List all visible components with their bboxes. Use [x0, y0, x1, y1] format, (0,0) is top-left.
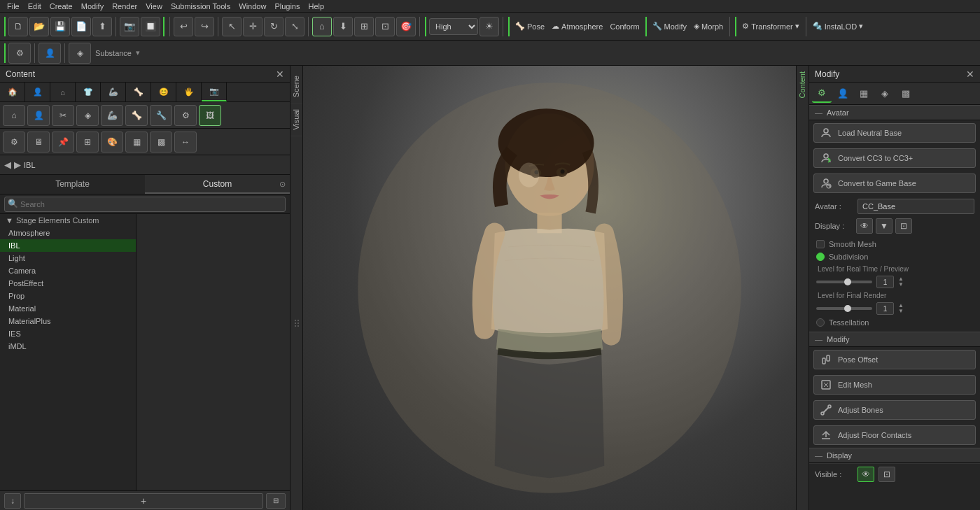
tb2-settings[interactable]: ⚙: [8, 43, 31, 64]
tb2-substance[interactable]: ◈: [69, 43, 91, 64]
tree-item-posteffect[interactable]: PostEffect: [0, 277, 136, 290]
tb2-person[interactable]: 👤: [38, 43, 61, 64]
icon-r2-pin[interactable]: 📌: [52, 132, 74, 153]
tree-item-ibl[interactable]: IBL: [0, 239, 136, 252]
subdivision-radio[interactable]: [816, 253, 825, 261]
menu-create[interactable]: Create: [46, 2, 77, 10]
redo-button[interactable]: ↪: [195, 17, 214, 36]
adjust-floor-contacts-button[interactable]: Adjust Floor Contacts: [813, 425, 976, 445]
instalod-button[interactable]: 🔩 InstaLOD ▾: [810, 22, 866, 31]
pose-button[interactable]: 🦴 Pose: [512, 22, 547, 31]
transformer-button[interactable]: ⚙ Transformer ▾: [739, 22, 802, 31]
morph-button[interactable]: ◈ Morph: [691, 22, 726, 31]
icon-cloth-edit[interactable]: ◈: [76, 105, 99, 126]
icon-r2-texture[interactable]: 🎨: [101, 132, 123, 153]
menu-file[interactable]: File: [3, 2, 24, 10]
icon-avatar[interactable]: 👤: [27, 105, 50, 126]
avatar-value-input[interactable]: [858, 199, 974, 214]
menu-submission-tools[interactable]: Submission Tools: [167, 2, 234, 10]
icon-body-edit[interactable]: 🦾: [101, 105, 123, 126]
icon-r2-filter[interactable]: ⊞: [76, 132, 99, 153]
tree-item-imdl[interactable]: iMDL: [0, 340, 136, 353]
grid-button[interactable]: ⊞: [354, 17, 374, 36]
tab-hair[interactable]: ⌂: [50, 83, 76, 101]
tree-collapse-icon[interactable]: ▼: [6, 216, 13, 225]
icon-spring[interactable]: 🔧: [150, 105, 172, 126]
substance-dropdown-icon[interactable]: ▾: [136, 48, 140, 57]
save-button[interactable]: 💾: [50, 17, 70, 36]
import-button[interactable]: ⬆: [92, 17, 112, 36]
menu-modify[interactable]: Modify: [77, 2, 108, 10]
tree-item-camera[interactable]: Camera: [0, 264, 136, 277]
icon-hair-edit[interactable]: ✂: [52, 105, 74, 126]
menu-edit[interactable]: Edit: [24, 2, 46, 10]
modify-tab-person[interactable]: 👤: [833, 85, 853, 103]
tab-body[interactable]: 🦾: [101, 83, 126, 101]
conform-button[interactable]: Conform: [607, 22, 642, 31]
tab-highlight[interactable]: 📷: [202, 83, 227, 101]
scale-button[interactable]: ⤡: [285, 17, 304, 36]
select-button[interactable]: ↖: [222, 17, 241, 36]
sun-button[interactable]: ☀: [479, 17, 499, 36]
pose-offset-button[interactable]: Pose Offset: [813, 350, 976, 369]
viewport[interactable]: [303, 66, 796, 510]
icon-bones[interactable]: 🦴: [125, 105, 148, 126]
quality-select[interactable]: Low Medium High Ultra: [429, 18, 478, 35]
display-dropdown-button[interactable]: ▼: [876, 218, 892, 234]
nav-back[interactable]: ◀: [4, 160, 11, 170]
menu-render[interactable]: Render: [108, 2, 141, 10]
icon-r2-random[interactable]: ↔: [174, 132, 197, 153]
smooth-mesh-checkbox[interactable]: [816, 240, 825, 248]
scene-tab[interactable]: Scene: [290, 70, 302, 104]
home-btn[interactable]: ⌂: [312, 17, 332, 36]
visible-eye-button[interactable]: 👁: [858, 467, 874, 482]
modify-close-button[interactable]: ✕: [966, 69, 974, 80]
convert-game-base-button[interactable]: Convert to Game Base: [813, 173, 976, 193]
tree-item-prop[interactable]: Prop: [0, 290, 136, 302]
tab-skeleton[interactable]: 🦴: [126, 83, 151, 101]
tree-item-material[interactable]: Material: [0, 302, 136, 315]
icon-image[interactable]: 🖼: [199, 105, 221, 126]
tessellation-radio[interactable]: [816, 318, 825, 327]
convert-cc3-button[interactable]: Convert CC3 to CC3+: [813, 148, 976, 168]
menu-plugins[interactable]: Plugins: [270, 2, 304, 10]
panel-settings-button[interactable]: ⊟: [266, 493, 286, 509]
icon-r2-display[interactable]: 🖥: [27, 132, 50, 153]
menu-help[interactable]: Help: [304, 2, 328, 10]
content-side-tab-label[interactable]: Content: [797, 66, 808, 104]
display-section-collapse[interactable]: —: [815, 451, 822, 460]
search-input[interactable]: [4, 197, 286, 212]
scene-button[interactable]: 🔲: [141, 17, 160, 36]
scroll-down-button[interactable]: ↓: [4, 493, 21, 509]
atmosphere-button[interactable]: ☁ Atmosphere: [549, 22, 606, 31]
content-close-button[interactable]: ✕: [276, 69, 284, 80]
render-button[interactable]: 🎯: [396, 17, 416, 36]
custom-tab[interactable]: Custom: [145, 175, 290, 194]
undo-button[interactable]: ↩: [174, 17, 193, 36]
tab-scenes[interactable]: 🏠: [0, 83, 25, 101]
nav-forward[interactable]: ▶: [14, 160, 21, 170]
tree-item-light[interactable]: Light: [0, 252, 136, 264]
display-grid-button[interactable]: ⊡: [895, 218, 912, 234]
open-button[interactable]: 📂: [29, 17, 49, 36]
tree-item-atmosphere[interactable]: Atmosphere: [0, 227, 136, 239]
icon-physics[interactable]: ⚙: [174, 105, 197, 126]
modify-tab-material[interactable]: ◈: [875, 85, 895, 103]
display-eye-button[interactable]: 👁: [856, 218, 873, 234]
adjust-bones-button[interactable]: Adjust Bones: [813, 400, 976, 420]
modify-tab-mesh[interactable]: ▦: [854, 85, 874, 103]
edit-mesh-button[interactable]: Edit Mesh: [813, 375, 976, 395]
tree-item-ies[interactable]: IES: [0, 327, 136, 340]
snap-button[interactable]: ⬇: [333, 17, 353, 36]
template-tab[interactable]: Template: [0, 175, 145, 194]
save-as-button[interactable]: 📄: [71, 17, 91, 36]
tab-face[interactable]: 😊: [151, 83, 176, 101]
icon-r2-grid1[interactable]: ▦: [125, 132, 148, 153]
realtime-slider-thumb[interactable]: [844, 278, 851, 285]
modify-tab-checker[interactable]: ▩: [896, 85, 916, 103]
menu-window[interactable]: Window: [234, 2, 270, 10]
tree-item-materialplus[interactable]: MaterialPlus: [0, 315, 136, 327]
tab-hand[interactable]: 🖐: [176, 83, 202, 101]
icon-home[interactable]: ⌂: [3, 105, 25, 126]
realtime-down-arrow[interactable]: ▼: [898, 282, 904, 288]
